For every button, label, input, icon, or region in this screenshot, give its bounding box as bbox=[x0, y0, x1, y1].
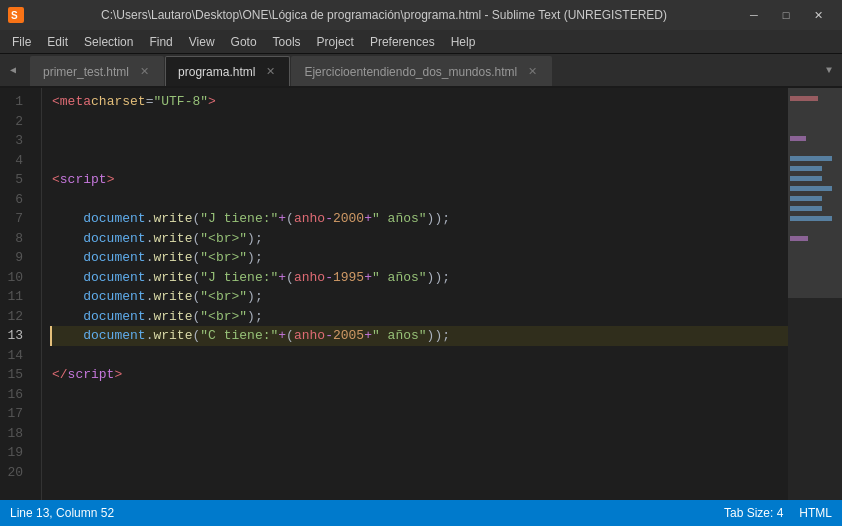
tab-scroll-left[interactable]: ◀ bbox=[4, 59, 22, 81]
line-num-1: 1 bbox=[0, 92, 31, 112]
menu-selection[interactable]: Selection bbox=[76, 32, 141, 52]
tab-close-primer[interactable]: ✕ bbox=[137, 65, 151, 79]
line-numbers: 1 2 3 4 5 6 7 8 9 10 11 12 13 14 15 16 1… bbox=[0, 88, 42, 500]
tab-label: primer_test.html bbox=[43, 65, 129, 79]
line-num-18: 18 bbox=[0, 424, 31, 444]
code-line-5: <script> bbox=[52, 170, 788, 190]
line-num-20: 20 bbox=[0, 463, 31, 483]
language-mode[interactable]: HTML bbox=[799, 506, 832, 520]
code-line-13: document.write("C tiene:"+ (anho - 2005 … bbox=[50, 326, 788, 346]
menu-edit[interactable]: Edit bbox=[39, 32, 76, 52]
line-num-2: 2 bbox=[0, 112, 31, 132]
code-line-4 bbox=[52, 151, 788, 171]
minimap bbox=[788, 88, 842, 500]
line-num-7: 7 bbox=[0, 209, 31, 229]
line-num-14: 14 bbox=[0, 346, 31, 366]
line-num-6: 6 bbox=[0, 190, 31, 210]
tab-primer-test[interactable]: primer_test.html ✕ bbox=[30, 56, 164, 86]
title-bar: S C:\Users\Lautaro\Desktop\ONE\Lógica de… bbox=[0, 0, 842, 30]
code-line-16 bbox=[52, 385, 788, 405]
code-editor[interactable]: <meta charset="UTF-8"> <script> document… bbox=[42, 88, 788, 500]
tab-close-programa[interactable]: ✕ bbox=[263, 65, 277, 79]
tab-size[interactable]: Tab Size: 4 bbox=[724, 506, 783, 520]
code-line-11: document.write("<br>"); bbox=[52, 287, 788, 307]
menu-view[interactable]: View bbox=[181, 32, 223, 52]
code-line-8: document.write("<br>"); bbox=[52, 229, 788, 249]
close-button[interactable]: ✕ bbox=[802, 0, 834, 30]
code-line-7: document.write("J tiene:"+ (anho - 2000 … bbox=[52, 209, 788, 229]
tab-scroll-right[interactable]: ▼ bbox=[820, 59, 838, 81]
svg-text:S: S bbox=[11, 10, 18, 21]
window-title: C:\Users\Lautaro\Desktop\ONE\Lógica de p… bbox=[30, 8, 738, 22]
menu-help[interactable]: Help bbox=[443, 32, 484, 52]
tab-bar: ◀ primer_test.html ✕ programa.html ✕ Eje… bbox=[0, 54, 842, 88]
code-line-15: </script> bbox=[52, 365, 788, 385]
line-num-10: 10 bbox=[0, 268, 31, 288]
line-num-13: 13 bbox=[0, 326, 31, 346]
line-num-19: 19 bbox=[0, 443, 31, 463]
code-line-14 bbox=[52, 346, 788, 366]
menu-file[interactable]: File bbox=[4, 32, 39, 52]
maximize-button[interactable]: □ bbox=[770, 0, 802, 30]
code-line-2 bbox=[52, 112, 788, 132]
line-num-15: 15 bbox=[0, 365, 31, 385]
code-line-12: document.write("<br>"); bbox=[52, 307, 788, 327]
line-num-8: 8 bbox=[0, 229, 31, 249]
menu-tools[interactable]: Tools bbox=[265, 32, 309, 52]
tab-programa[interactable]: programa.html ✕ bbox=[165, 56, 290, 86]
code-line-17 bbox=[52, 404, 788, 424]
tab-ejercicio[interactable]: Ejercicioentendiendo_dos_mundos.html ✕ bbox=[291, 56, 552, 86]
line-num-16: 16 bbox=[0, 385, 31, 405]
app-icon: S bbox=[8, 7, 24, 23]
menu-bar: File Edit Selection Find View Goto Tools… bbox=[0, 30, 842, 54]
status-bar: Line 13, Column 52 Tab Size: 4 HTML bbox=[0, 500, 842, 526]
line-num-12: 12 bbox=[0, 307, 31, 327]
minimize-button[interactable]: ─ bbox=[738, 0, 770, 30]
cursor-position[interactable]: Line 13, Column 52 bbox=[10, 506, 114, 520]
code-line-18 bbox=[52, 424, 788, 444]
menu-preferences[interactable]: Preferences bbox=[362, 32, 443, 52]
code-line-1: <meta charset="UTF-8"> bbox=[52, 92, 788, 112]
window-controls: ─ □ ✕ bbox=[738, 0, 834, 30]
code-line-9: document.write("<br>"); bbox=[52, 248, 788, 268]
code-line-10: document.write("J tiene:"+ (anho - 1995 … bbox=[52, 268, 788, 288]
code-line-3 bbox=[52, 131, 788, 151]
code-line-19 bbox=[52, 443, 788, 463]
tab-label-active: programa.html bbox=[178, 65, 255, 79]
menu-goto[interactable]: Goto bbox=[223, 32, 265, 52]
editor: 1 2 3 4 5 6 7 8 9 10 11 12 13 14 15 16 1… bbox=[0, 88, 842, 500]
minimap-canvas bbox=[788, 88, 842, 478]
status-left: Line 13, Column 52 bbox=[10, 506, 114, 520]
line-num-17: 17 bbox=[0, 404, 31, 424]
line-num-9: 9 bbox=[0, 248, 31, 268]
tab-label-ejercicio: Ejercicioentendiendo_dos_mundos.html bbox=[304, 65, 517, 79]
menu-find[interactable]: Find bbox=[141, 32, 180, 52]
code-line-6 bbox=[52, 190, 788, 210]
line-num-5: 5 bbox=[0, 170, 31, 190]
code-line-20 bbox=[52, 463, 788, 483]
tab-close-ejercicio[interactable]: ✕ bbox=[525, 65, 539, 79]
status-right: Tab Size: 4 HTML bbox=[724, 506, 832, 520]
line-num-3: 3 bbox=[0, 131, 31, 151]
menu-project[interactable]: Project bbox=[309, 32, 362, 52]
line-num-4: 4 bbox=[0, 151, 31, 171]
line-num-11: 11 bbox=[0, 287, 31, 307]
